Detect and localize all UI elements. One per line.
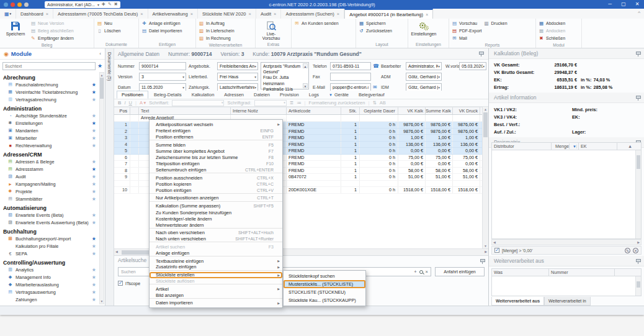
menu-item[interactable]: Summe über komplettes Angebot F7 ▶ [150,148,282,154]
underline-button[interactable]: U [129,100,132,106]
user-selector[interactable]: Administrator, Karl (AD... ▾ ✚ ✎ ✖ [45,1,120,8]
favorite-star-icon[interactable]: ★ [92,89,96,95]
ribbon-button[interactable]: ▯ Löschen [97,27,120,34]
favorite-star-icon[interactable]: ★ [92,282,96,288]
sidebar-item[interactable]: ► Kampagnen/Mailing ★ [0,180,99,188]
italic-button[interactable]: I [124,100,125,106]
favorite-star-icon[interactable]: ★ [92,120,96,126]
preismatrix-header[interactable]: Distributor Menge ▼ EK ▲ [491,142,642,150]
chevron-down-icon[interactable]: ▾ [97,2,99,7]
ribbon-button[interactable]: ▤ Neu [97,20,120,27]
app-tab[interactable]: Adressstamm (Suchen) [281,9,344,19]
pin-icon[interactable] [478,52,483,57]
filter-checkbox[interactable] [494,248,499,253]
pin-icon[interactable] [480,259,485,264]
menu-item[interactable]: Position entfernen ENTF ▶ [150,134,282,140]
ribbon-button[interactable]: ▤ Neue Version [30,20,74,27]
document-tab[interactable]: ▼ Beleg-Details [150,91,186,99]
app-tab[interactable]: Artikelverwaltung [148,9,199,19]
spellcheck-icon[interactable]: AB [380,100,386,106]
add-icon[interactable]: ✚ [102,2,105,7]
sidebar-item[interactable]: ▤ Adressstamm ★ [0,165,99,173]
submenu-item[interactable]: Musterstücklis... (STÜCKLISTE) [284,280,365,288]
sidebar-item[interactable]: € SEPA ★ [0,250,99,257]
favorite-star-icon[interactable]: ★ [92,113,96,119]
menu-item[interactable]: Zusatzinfo einfügen ▶ [150,264,282,270]
sidebar-item[interactable]: ▨ Erwartete Events Auswertung (Beta) ★ [0,219,99,226]
document-tab[interactable]: ▼ Positionen [117,91,148,99]
menu-item[interactable]: Position ausschneiden CTRL+X ▶ [150,175,282,181]
edit-icon[interactable]: ✎ [108,2,112,7]
maximize-button[interactable]: ▢ [617,0,630,9]
anfahrt-einfuegen-button[interactable]: Anfahrt einfügen [435,267,485,276]
menu-item[interactable]: Zu Kunden Sonderpreise hinzufügen ▶ [150,209,282,216]
ribbon-button[interactable]: ✉ An Kunden senden [294,20,339,27]
menu-item[interactable]: Artikelpositionsart wechseln ▶ [150,121,282,127]
menu-item[interactable]: Freitext einfügen EINFG ▶ [150,127,282,134]
font-size-select[interactable] [254,100,287,106]
favorite-star-icon[interactable]: ★ [92,174,96,179]
menu-item[interactable]: Nach oben verschieben SHIFT+ALT+Hoch ▶ [150,230,282,236]
angebotskennung-select[interactable]: Freibleibendes Angebot▾ [217,62,258,70]
menu-item[interactable]: Kostenträger/-stelle ändern ▶ [150,216,282,222]
menu-item[interactable]: Anlage einfügen ▶ [150,250,282,257]
submenu-item[interactable]: Stückliste Kau... (STÜCKKAUPP) [284,296,365,304]
tab-close-icon[interactable] [337,11,339,17]
menu-item[interactable]: Nach unten verschieben SHIFT+ALT+Runter … [150,236,282,242]
tab-close-icon[interactable] [190,11,193,17]
ribbon-button[interactable]: ▤ Datei importieren [141,27,182,34]
weiterverarbeitet-scrollbar[interactable] [635,276,641,296]
favorite-star-icon[interactable]: ★ [92,243,96,249]
tab-close-icon[interactable] [46,11,48,17]
ribbon-button[interactable]: ▥ In Lieferschein [199,27,235,34]
preismatrix-scrollbar[interactable] [635,150,641,238]
menu-item[interactable]: Position kopieren CTRL+C ▶ [150,181,282,188]
submenu-item[interactable]: Stücklistenkopf suchen [284,272,365,280]
telefon-input[interactable] [330,62,371,70]
tab-close-icon[interactable] [274,11,276,17]
document-tab[interactable]: ▼ Dateien [249,91,274,99]
app-tab[interactable]: Audit [256,9,282,19]
minimize-button[interactable]: ─ [603,0,617,9]
favorite-star-icon[interactable]: ★ [92,297,96,302]
menu-item[interactable]: Mehrwertsteuer ändern ▶ [150,222,282,228]
document-tab[interactable]: ▼ Belegverlauf [354,91,389,99]
sidebar-item[interactable]: ▤ Stammblätter ★ [0,195,99,202]
collapse-panel-icon[interactable]: ^ [638,10,640,16]
favorite-star-icon[interactable]: ★ [92,267,96,273]
clear-filter-icon[interactable]: ✕ [633,248,638,253]
tab-list-menu-button[interactable]: ▦▾ [0,9,16,19]
favorite-star-icon[interactable]: ★ [92,135,96,141]
ribbon-button[interactable]: ▦ Andocken [539,27,565,34]
tab-close-icon[interactable] [140,11,143,17]
clear-icon[interactable]: × [426,269,428,275]
sidebar-item[interactable]: ▧ Erwartete Events (Beta) ★ [0,211,99,219]
submenu-item[interactable]: STÜCKLISTE (STÜCKNEU) [284,288,365,296]
sidebar-item[interactable]: ▤ Vertragsauswertung ★ [0,288,99,296]
preismatrix-h-scrollbar[interactable]: ◀▶ [491,239,642,245]
bold-button[interactable]: B [118,100,121,106]
save-button[interactable]: Speichern [2,20,29,42]
edit-filter-icon[interactable]: ✎ [625,248,630,253]
live-preview-button[interactable]: Live-Vorschau [258,20,284,41]
menu-item[interactable]: Daten importieren ▶ [150,300,282,306]
bearbeiter-select[interactable]: Administrator, Karl (AC▾ [406,62,442,70]
app-tab[interactable]: Angebot #9000714 (in Bearbeitung) [344,9,433,19]
menu-item[interactable]: Bild anzeigen ▶ [150,292,282,298]
settings-button[interactable]: Einstellungen [411,20,437,41]
favorite-star-icon[interactable]: ★ [92,251,96,257]
spinner-up-icon[interactable]: ▲ [303,63,308,68]
favorite-star-icon[interactable]: ★ [92,236,96,242]
favorite-star-icon[interactable]: ★ [92,128,96,134]
weiterverarbeitet-header[interactable]: Was Nummer [491,268,642,276]
ribbon-button[interactable]: ▤ Beleg abschließen [30,27,74,34]
favorite-star-icon[interactable]: ★ [92,212,96,218]
favorite-star-icon[interactable]: ★ [92,196,96,202]
pin-icon[interactable] [635,259,640,264]
customer-address-box[interactable]: Arztpraxis "Rundum Gesund"Frau Dr. Jutta… [261,62,309,89]
font-family-select[interactable] [172,100,224,106]
sidebar-item[interactable]: ◔ Aufschläge Stundensätze ★ [0,112,99,119]
spinner-down-icon[interactable]: ▼ [303,83,308,88]
sidebar-item[interactable]: ▨ Audit ★ [0,173,99,180]
favorite-star-icon[interactable]: ★ [92,181,96,187]
